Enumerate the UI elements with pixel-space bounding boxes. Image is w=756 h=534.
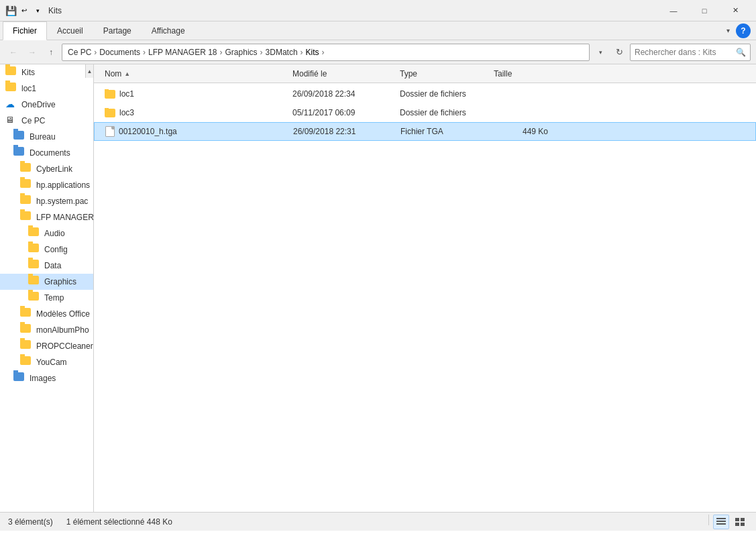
sort-arrow-icon: ▲: [124, 70, 130, 77]
dropdown-button[interactable]: ▾: [592, 44, 608, 60]
sidebar-item-kits[interactable]: Kits: [0, 64, 93, 81]
svg-rect-2: [716, 523, 726, 525]
ribbon-tabs: Fichier Accueil Partage Affichage ▾ ?: [0, 21, 756, 40]
address-box[interactable]: Ce PC › Documents › LFP MANAGER 18 › Gra…: [62, 44, 590, 61]
table-row[interactable]: 00120010_h.tga 26/09/2018 22:31 Fichier …: [94, 122, 756, 141]
refresh-button[interactable]: ↻: [611, 44, 627, 60]
sidebar-item-mon-album[interactable]: monAlbumPho: [0, 322, 93, 338]
folder-icon: [20, 340, 32, 352]
sidebar-item-images[interactable]: Images: [0, 370, 93, 386]
search-icon: 🔍: [736, 48, 746, 57]
folder-icon: [28, 244, 40, 256]
forward-button[interactable]: →: [24, 44, 40, 60]
breadcrumb-kits[interactable]: Kits: [306, 48, 319, 57]
sidebar-item-youcam[interactable]: YouCam: [0, 354, 93, 370]
tiles-view-icon: [735, 518, 745, 526]
quick-access-dropdown-icon[interactable]: ▾: [32, 5, 43, 16]
svg-rect-1: [716, 521, 726, 522]
folder-icon: [13, 372, 25, 384]
file-size: 449 Ko: [494, 127, 548, 136]
sidebar-item-config[interactable]: Config: [0, 242, 93, 258]
details-view-icon: [716, 518, 726, 526]
folder-icon: [13, 147, 25, 159]
sidebar-item-lfp-manager[interactable]: LFP MANAGER: [0, 209, 93, 225]
sidebar-label-temp: Temp: [44, 293, 64, 303]
sidebar-item-temp[interactable]: Temp: [0, 290, 93, 306]
title-bar-icons: 💾 ↩ ▾: [5, 5, 43, 16]
address-bar: ← → ↑ Ce PC › Documents › LFP MANAGER 18…: [0, 40, 756, 64]
view-details-button[interactable]: [713, 515, 729, 529]
sidebar-label-kits: Kits: [21, 68, 35, 77]
file-type: Fichier TGA: [400, 127, 494, 136]
help-icon[interactable]: ?: [736, 23, 751, 38]
breadcrumb-cepc[interactable]: Ce PC: [68, 48, 91, 57]
col-header-modified[interactable]: Modifié le: [292, 69, 400, 78]
tab-fichier[interactable]: Fichier: [3, 21, 47, 40]
col-header-name[interactable]: Nom ▲: [105, 69, 292, 78]
search-box[interactable]: 🔍: [630, 44, 751, 61]
folder-icon: [105, 90, 115, 99]
sidebar-label-images: Images: [30, 374, 56, 383]
sidebar-label-hp-system: hp.system.pac: [36, 197, 88, 206]
sidebar-item-data[interactable]: Data: [0, 258, 93, 274]
table-row[interactable]: loc1 26/09/2018 22:34 Dossier de fichier…: [94, 85, 756, 103]
breadcrumb-graphics[interactable]: Graphics: [225, 48, 258, 57]
tab-accueil[interactable]: Accueil: [47, 21, 93, 40]
breadcrumb-3dmatch[interactable]: 3DMatch: [266, 48, 298, 57]
tab-partage[interactable]: Partage: [93, 21, 142, 40]
minimize-button[interactable]: —: [658, 0, 689, 21]
sidebar-label-mon-album: monAlbumPho: [36, 325, 89, 335]
back-button[interactable]: ←: [5, 44, 21, 60]
scroll-up-button[interactable]: ▲: [85, 64, 93, 78]
sidebar-item-graphics[interactable]: Graphics: [0, 274, 93, 290]
up-button[interactable]: ↑: [43, 44, 59, 60]
sidebar-item-onedrive[interactable]: ☁ OneDrive: [0, 97, 93, 113]
folder-icon: [105, 109, 115, 117]
folder-icon: [20, 308, 32, 320]
close-button[interactable]: ✕: [720, 0, 751, 21]
breadcrumb-documents[interactable]: Documents: [99, 48, 140, 57]
quick-access-undo-icon[interactable]: ↩: [19, 5, 30, 16]
view-tiles-button[interactable]: [732, 515, 748, 529]
sidebar-item-loc1[interactable]: loc1: [0, 81, 93, 97]
folder-icon: [28, 260, 40, 272]
col-header-type[interactable]: Type: [400, 69, 494, 78]
sidebar-item-cyberlink[interactable]: CyberLink: [0, 161, 93, 177]
sidebar-label-bureau: Bureau: [30, 132, 56, 142]
sidebar-item-audio[interactable]: Audio: [0, 225, 93, 242]
sidebar-item-hp-system[interactable]: hp.system.pac: [0, 193, 93, 209]
sidebar-label-graphics: Graphics: [44, 277, 76, 286]
maximize-button[interactable]: □: [689, 0, 720, 21]
file-type: Dossier de fichiers: [400, 108, 494, 117]
folder-icon: [5, 83, 17, 95]
quick-access-save-icon[interactable]: 💾: [5, 5, 16, 16]
title-bar: 💾 ↩ ▾ Kits — □ ✕: [0, 0, 756, 21]
svg-rect-6: [741, 523, 745, 526]
sidebar-item-cepc[interactable]: 🖥 Ce PC: [0, 113, 93, 129]
view-controls: [707, 515, 748, 529]
window-controls: — □ ✕: [658, 0, 751, 21]
file-name: loc3: [119, 108, 134, 117]
ribbon-toggle-icon[interactable]: ▾: [720, 23, 736, 39]
ribbon: Fichier Accueil Partage Affichage ▾ ?: [0, 21, 756, 40]
items-count: 3 élément(s): [8, 517, 53, 527]
search-input[interactable]: [635, 48, 733, 57]
folder-icon: [28, 276, 40, 288]
folder-icon: [5, 66, 17, 78]
sidebar-item-modeles-office[interactable]: Modèles Office: [0, 306, 93, 322]
sidebar-item-propcc[interactable]: PROPCCleaner: [0, 338, 93, 354]
sidebar-label-cepc: Ce PC: [21, 116, 45, 125]
sidebar-item-hp-applications[interactable]: hp.applications: [0, 177, 93, 193]
breadcrumb-lfp[interactable]: LFP MANAGER 18: [148, 48, 217, 57]
file-type: Dossier de fichiers: [400, 89, 494, 99]
col-header-size[interactable]: Taille: [494, 69, 547, 78]
sidebar-label-lfp-manager: LFP MANAGER: [36, 213, 93, 222]
tab-affichage[interactable]: Affichage: [142, 21, 195, 40]
table-row[interactable]: loc3 05/11/2017 06:09 Dossier de fichier…: [94, 103, 756, 122]
sidebar-label-cyberlink: CyberLink: [36, 164, 72, 174]
sidebar-item-documents[interactable]: Documents: [0, 145, 93, 161]
status-bar: 3 élément(s) 1 élément sélectionné 448 K…: [0, 512, 756, 531]
sidebar-label-youcam: YouCam: [36, 358, 67, 367]
folder-icon: [20, 195, 32, 207]
sidebar-item-bureau[interactable]: Bureau: [0, 129, 93, 145]
